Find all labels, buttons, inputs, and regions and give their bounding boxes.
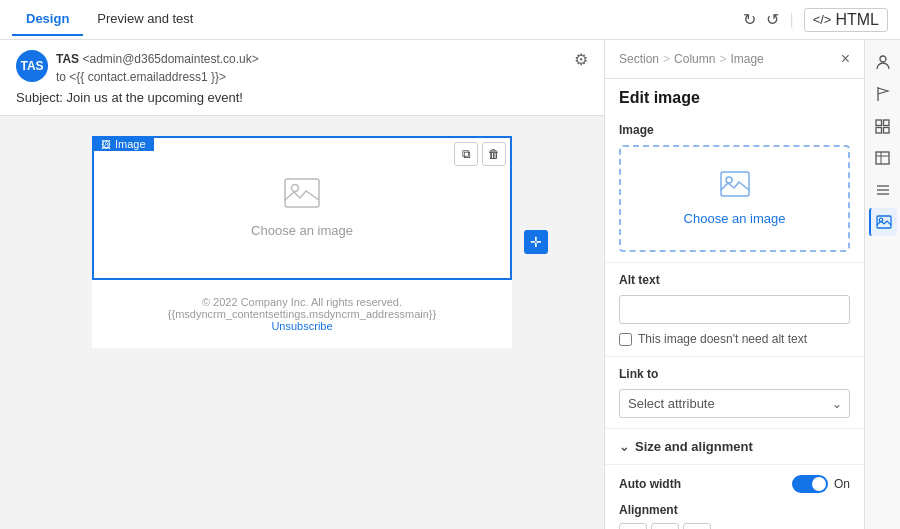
email-card: 🖼 Image ⧉ 🗑 [92, 136, 512, 348]
icon-bar-flag[interactable] [869, 80, 897, 108]
icon-bar-image[interactable] [869, 208, 897, 236]
breadcrumb-sep2: > [719, 52, 726, 66]
svg-point-1 [292, 185, 299, 192]
to-address: to <{{ contact.emailaddress1 }}> [56, 68, 259, 86]
unsubscribe-link[interactable]: Unsubscribe [271, 320, 332, 332]
from-name: TAS [56, 52, 79, 66]
close-panel-button[interactable]: × [841, 50, 850, 68]
code-icon: </> [813, 12, 832, 27]
svg-point-13 [880, 56, 886, 62]
svg-rect-15 [876, 120, 882, 126]
svg-rect-17 [876, 127, 882, 133]
avatar: TAS [16, 50, 48, 82]
redo-icon[interactable]: ↺ [766, 10, 779, 29]
image-placeholder[interactable]: Choose an image [94, 138, 510, 278]
subject-prefix: Subject: [16, 90, 63, 105]
image-chooser-icon [720, 171, 750, 203]
email-from-details: TAS <admin@d365domaintest.co.uk> to <{{ … [56, 50, 259, 86]
size-alignment-label: Size and alignment [635, 439, 753, 454]
top-tabs-bar: Design Preview and test ↻ ↺ | </> HTML [0, 0, 900, 40]
html-button[interactable]: </> HTML [804, 8, 888, 32]
alt-text-label: Alt text [619, 273, 850, 287]
breadcrumb-column[interactable]: Column [674, 52, 715, 66]
choose-image-button[interactable]: Choose an image [619, 145, 850, 252]
icon-bar-people[interactable] [869, 48, 897, 76]
align-right-button[interactable] [683, 523, 711, 529]
svg-rect-25 [877, 216, 891, 228]
auto-width-toggle-wrapper: On [792, 475, 850, 493]
select-attribute-wrapper: Select attribute ⌄ [619, 389, 850, 418]
right-panel: Section > Column > Image × Edit image Im… [604, 40, 864, 529]
auto-width-row: Auto width On [619, 475, 850, 493]
move-handle[interactable]: ✛ [524, 230, 548, 254]
image-block-label: 🖼 Image [93, 137, 154, 151]
svg-rect-2 [721, 172, 749, 196]
svg-rect-0 [285, 179, 319, 207]
choose-image-label: Choose an image [684, 211, 786, 226]
icon-bar-lines[interactable] [869, 176, 897, 204]
settings-icon[interactable]: ⚙ [574, 50, 588, 69]
footer-copyright: © 2022 Company Inc. All rights reserved. [108, 296, 496, 308]
image-block-actions: ⧉ 🗑 [454, 142, 506, 166]
email-footer: © 2022 Company Inc. All rights reserved.… [92, 280, 512, 348]
icon-bar-grid[interactable] [869, 112, 897, 140]
no-alt-text-label: This image doesn't need alt text [638, 332, 807, 346]
html-label: HTML [835, 11, 879, 29]
image-placeholder-icon [284, 178, 320, 215]
align-center-button[interactable] [651, 523, 679, 529]
toolbar-right: ↻ ↺ | </> HTML [743, 8, 888, 32]
breadcrumb-sep1: > [663, 52, 670, 66]
main-area: TAS TAS <admin@d365domaintest.co.uk> to … [0, 40, 900, 529]
panel-header: Section > Column > Image × [605, 40, 864, 79]
link-to-label: Link to [619, 367, 850, 381]
undo-icon[interactable]: ↻ [743, 10, 756, 29]
image-block-label-text: Image [115, 138, 146, 150]
align-left-button[interactable] [619, 523, 647, 529]
alt-text-section: Alt text This image doesn't need alt tex… [605, 263, 864, 357]
email-meta: TAS TAS <admin@d365domaintest.co.uk> to … [0, 40, 604, 116]
svg-rect-18 [884, 127, 890, 133]
auto-width-toggle[interactable] [792, 475, 828, 493]
svg-point-3 [726, 177, 732, 183]
select-attribute-dropdown[interactable]: Select attribute [619, 389, 850, 418]
no-alt-text-checkbox[interactable] [619, 333, 632, 346]
link-to-section: Link to Select attribute ⌄ [605, 357, 864, 429]
panel-title: Edit image [605, 79, 864, 113]
toggle-on-label: On [834, 477, 850, 491]
subject-text: Join us at the upcoming event! [67, 90, 243, 105]
svg-rect-16 [884, 120, 890, 126]
footer-address: {{msdyncrm_contentsettings.msdyncrm_addr… [108, 308, 496, 320]
breadcrumb: Section > Column > Image [619, 52, 764, 66]
delete-block-button[interactable]: 🗑 [482, 142, 506, 166]
no-alt-text-row: This image doesn't need alt text [619, 332, 850, 346]
auto-width-label: Auto width [619, 477, 681, 491]
tab-design[interactable]: Design [12, 3, 83, 36]
copy-block-button[interactable]: ⧉ [454, 142, 478, 166]
tab-preview[interactable]: Preview and test [83, 3, 207, 36]
icon-bar [864, 40, 900, 529]
size-alignment-header[interactable]: ⌄ Size and alignment [605, 429, 864, 465]
alignment-buttons [619, 523, 850, 529]
image-section-label: Image [619, 123, 850, 137]
alignment-label: Alignment [619, 503, 850, 517]
from-email: <admin@d365domaintest.co.uk> [82, 52, 258, 66]
email-content: 🖼 Image ⧉ 🗑 [0, 116, 604, 529]
chevron-down-icon-size: ⌄ [619, 440, 629, 454]
size-alignment-section: Auto width On Alignment [605, 465, 864, 529]
toggle-slider [792, 475, 828, 493]
panel-image-section: Image Choose an image [605, 113, 864, 263]
alt-text-input[interactable] [619, 295, 850, 324]
image-block[interactable]: 🖼 Image ⧉ 🗑 [92, 136, 512, 280]
choose-image-text: Choose an image [251, 223, 353, 238]
divider: | [789, 11, 793, 29]
email-subject: Subject: Join us at the upcoming event! [16, 90, 588, 105]
icon-bar-table[interactable] [869, 144, 897, 172]
breadcrumb-image: Image [730, 52, 763, 66]
email-from-row: TAS TAS <admin@d365domaintest.co.uk> to … [16, 50, 588, 86]
image-icon-small: 🖼 [101, 139, 111, 150]
canvas-area: TAS TAS <admin@d365domaintest.co.uk> to … [0, 40, 604, 529]
svg-rect-19 [876, 152, 889, 164]
breadcrumb-section[interactable]: Section [619, 52, 659, 66]
